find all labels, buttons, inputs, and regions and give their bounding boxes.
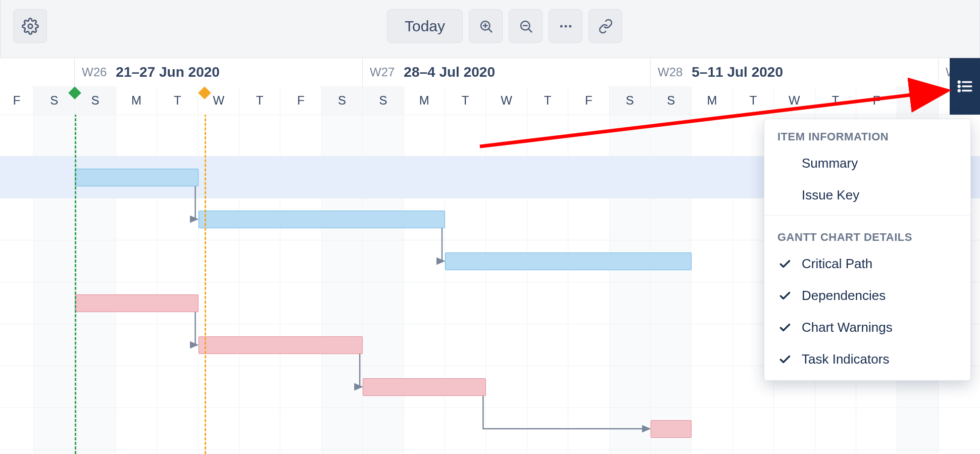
- day-cell: M: [692, 86, 732, 115]
- panel-item-indicators[interactable]: Task Indicators: [764, 343, 970, 375]
- day-cell: S: [34, 86, 75, 115]
- week-range: 5–11 Jul 2020: [692, 64, 783, 80]
- week-row: W26 21–27 Jun 2020 W27 28–4 Jul 2020 W28…: [0, 58, 980, 86]
- svg-point-11: [958, 81, 960, 83]
- link-icon: [598, 19, 613, 34]
- toolbar: Today: [0, 0, 980, 58]
- panel-item-label: Critical Path: [802, 256, 872, 272]
- week-range: 28–4 Jul 2020: [404, 64, 495, 80]
- panel-item-label: Dependencies: [802, 288, 886, 304]
- day-cell: M: [116, 86, 157, 115]
- more-icon: [558, 19, 573, 34]
- check-icon: [777, 321, 793, 334]
- panel-item-label: Chart Warnings: [802, 320, 893, 335]
- day-cell: S: [363, 86, 404, 115]
- svg-point-9: [564, 25, 567, 27]
- svg-line-2: [488, 29, 492, 32]
- svg-point-0: [28, 24, 32, 28]
- panel-item-issuekey[interactable]: Issue Key: [764, 179, 970, 211]
- svg-line-6: [528, 29, 531, 32]
- item-details-toggle[interactable]: [950, 58, 980, 115]
- day-cell: W: [774, 86, 815, 115]
- svg-point-10: [569, 25, 571, 27]
- day-cell: S: [897, 86, 938, 115]
- details-panel: ITEM INFORMATION Summary Issue Key GANTT…: [764, 119, 971, 381]
- gear-icon: [22, 18, 39, 35]
- week-range: 21–27 Jun 2020: [116, 64, 220, 80]
- day-cell: F: [280, 86, 321, 115]
- week-num: W28: [658, 65, 682, 79]
- day-cell: W: [486, 86, 527, 115]
- today-marker: [205, 86, 206, 454]
- check-icon: [777, 258, 793, 271]
- week-block[interactable]: W26 21–27 Jun 2020: [75, 58, 363, 86]
- zoom-out-icon: [518, 19, 533, 34]
- panel-item-deps[interactable]: Dependencies: [764, 280, 970, 312]
- settings-button[interactable]: [13, 9, 47, 43]
- panel-item-warnings[interactable]: Chart Warnings: [764, 312, 970, 343]
- check-icon: [777, 353, 793, 366]
- week-block[interactable]: W28 5–11 Jul 2020: [651, 58, 939, 86]
- day-cell: S: [651, 86, 692, 115]
- day-cell: S: [322, 86, 363, 115]
- list-icon: [956, 78, 973, 95]
- day-row: FSSMTWTFSSMTWTFSSMTWTFS: [0, 86, 980, 115]
- week-num: W26: [82, 65, 107, 79]
- svg-point-13: [958, 86, 960, 87]
- svg-point-8: [560, 25, 562, 27]
- day-cell: M: [404, 86, 445, 115]
- panel-item-critical[interactable]: Critical Path: [764, 248, 970, 280]
- week-block: [0, 58, 75, 86]
- zoom-in-icon: [478, 19, 494, 34]
- zoom-in-button[interactable]: [469, 9, 503, 43]
- day-cell: S: [75, 86, 116, 115]
- day-cell: F: [0, 86, 34, 115]
- svg-point-15: [958, 90, 960, 91]
- day-cell: F: [568, 86, 609, 115]
- day-cell: T: [157, 86, 198, 115]
- timeline-header: W26 21–27 Jun 2020 W27 28–4 Jul 2020 W28…: [0, 58, 980, 115]
- panel-item-label: Task Indicators: [802, 351, 889, 367]
- week-block[interactable]: W27 28–4 Jul 2020: [363, 58, 651, 86]
- day-cell: T: [815, 86, 856, 115]
- zoom-out-button[interactable]: [509, 9, 543, 43]
- day-cell: T: [239, 86, 280, 115]
- panel-divider: [764, 215, 970, 216]
- panel-item-summary[interactable]: Summary: [764, 147, 970, 179]
- day-cell: F: [856, 86, 897, 115]
- more-button[interactable]: [549, 9, 582, 43]
- panel-heading-details: GANTT CHART DETAILS: [764, 220, 970, 248]
- check-icon: [777, 289, 793, 302]
- panel-item-label: Summary: [802, 156, 858, 171]
- project-start-marker: [75, 86, 76, 454]
- link-button[interactable]: [589, 9, 622, 43]
- today-button[interactable]: Today: [387, 9, 463, 43]
- day-cell: T: [445, 86, 486, 115]
- panel-heading-info: ITEM INFORMATION: [764, 119, 970, 147]
- day-cell: S: [610, 86, 651, 115]
- today-label: Today: [405, 18, 445, 35]
- day-cell: T: [527, 86, 568, 115]
- panel-item-label: Issue Key: [802, 187, 859, 203]
- day-cell: T: [733, 86, 774, 115]
- week-num: W27: [370, 65, 395, 79]
